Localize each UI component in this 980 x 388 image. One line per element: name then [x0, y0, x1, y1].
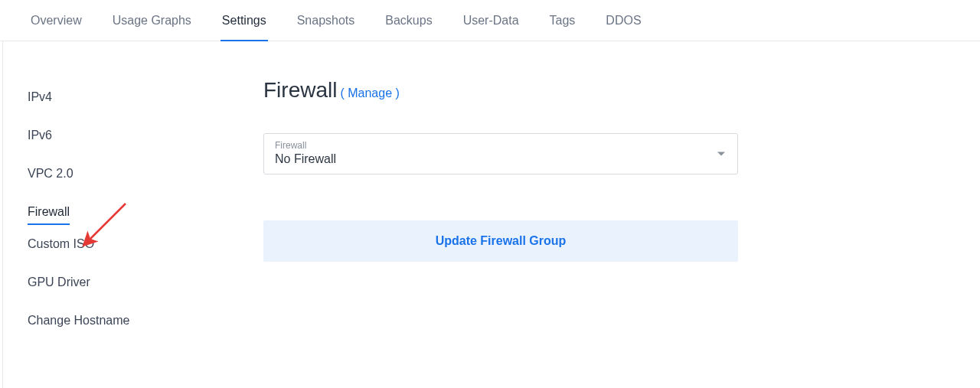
sidebar-item-ipv6[interactable]: IPv6	[28, 116, 52, 155]
main-panel: Firewall ( Manage ) Firewall No Firewall…	[233, 78, 980, 388]
tab-backups[interactable]: Backups	[370, 0, 447, 41]
update-firewall-group-button[interactable]: Update Firewall Group	[263, 220, 738, 262]
tab-usage-graphs[interactable]: Usage Graphs	[97, 0, 207, 41]
tab-user-data[interactable]: User-Data	[448, 0, 534, 41]
tab-snapshots[interactable]: Snapshots	[282, 0, 371, 41]
firewall-select-value: No Firewall	[275, 152, 727, 166]
tab-tags[interactable]: Tags	[534, 0, 591, 41]
top-tab-bar: Overview Usage Graphs Settings Snapshots…	[0, 0, 980, 41]
tab-settings[interactable]: Settings	[207, 0, 282, 41]
tab-overview[interactable]: Overview	[15, 0, 97, 41]
firewall-select-label: Firewall	[275, 140, 727, 151]
chevron-down-icon	[717, 152, 725, 156]
page-title: Firewall	[263, 78, 337, 103]
tab-ddos[interactable]: DDOS	[590, 0, 656, 41]
sidebar-item-firewall[interactable]: Firewall	[28, 193, 70, 225]
sidebar-item-ipv4[interactable]: IPv4	[28, 78, 52, 116]
sidebar-item-change-hostname[interactable]: Change Hostname	[28, 302, 129, 340]
firewall-select[interactable]: Firewall No Firewall	[263, 133, 738, 174]
settings-sidebar: IPv4 IPv6 VPC 2.0 Firewall Custom ISO GP…	[3, 78, 233, 388]
sidebar-item-vpc[interactable]: VPC 2.0	[28, 155, 74, 193]
manage-link[interactable]: ( Manage )	[340, 86, 399, 100]
sidebar-item-gpu-driver[interactable]: GPU Driver	[28, 263, 90, 302]
sidebar-item-custom-iso[interactable]: Custom ISO	[28, 225, 94, 263]
